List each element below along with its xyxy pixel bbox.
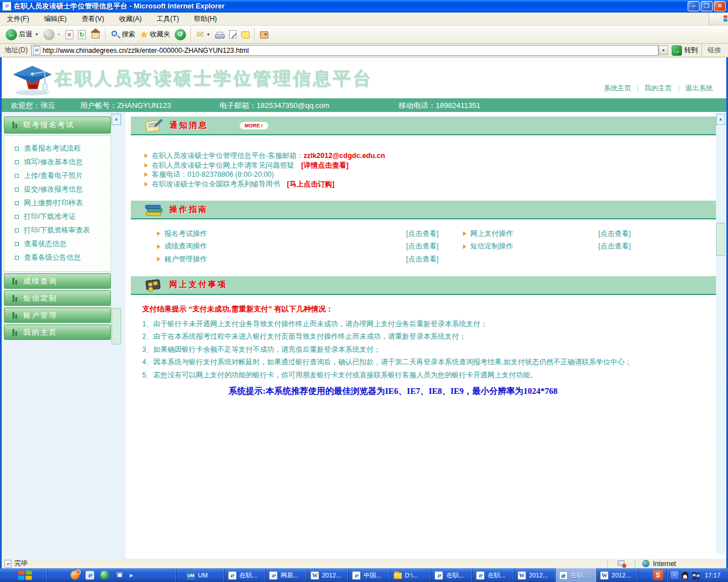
guide-item[interactable]: 报名考试操作 — [164, 229, 207, 239]
mail-button[interactable]: ✉ ▼ — [194, 27, 212, 43]
forward-button[interactable]: → ▼ — [41, 27, 63, 43]
guide-item[interactable]: 短信定制操作 — [470, 242, 513, 251]
stop-button[interactable]: ✕ — [63, 27, 76, 43]
scroll-up-icon[interactable]: ▲ — [111, 114, 121, 125]
close-button[interactable]: ✕ — [714, 1, 726, 11]
quicklaunch-green-app-icon[interactable] — [100, 571, 109, 580]
page-body: 联考报名考试 查看报名考试流程 填写/修改基本信息 上传/查看电子照片 提交/修… — [2, 112, 726, 559]
sidebar-section-exam[interactable]: 联考报名考试 — [4, 117, 111, 134]
notice-link[interactable]: [马上点击订购] — [287, 180, 334, 189]
sidebar-section-myhome[interactable]: 我的主页 — [4, 325, 111, 340]
guide-view-link[interactable]: [点击查看] — [598, 242, 631, 251]
nav-my-home[interactable]: 我的主页 — [644, 84, 672, 93]
scroll-up-icon[interactable]: ▲ — [716, 114, 725, 125]
taskbar-button[interactable]: e中国... — [349, 568, 390, 582]
guide-view-link[interactable]: [点击查看] — [598, 229, 631, 239]
sidebar-section-sms[interactable]: 短信定制 — [4, 290, 111, 306]
menu-help[interactable]: 帮助(H) — [193, 13, 218, 25]
sidebar-item-apply-info[interactable]: 提交/修改报考信息 — [5, 182, 110, 196]
menu-edit[interactable]: 编辑(E) — [43, 13, 68, 25]
minimize-button[interactable]: – — [688, 1, 700, 11]
scrollbar-track[interactable] — [716, 126, 725, 554]
home-button[interactable] — [88, 27, 103, 43]
start-button[interactable] — [0, 568, 48, 582]
refresh-button[interactable]: ↻ — [76, 27, 88, 43]
guide-view-link[interactable]: [点击查看] — [406, 242, 463, 251]
nav-logout[interactable]: 退出系统 — [685, 84, 713, 93]
scrollbar-thumb[interactable] — [111, 308, 121, 344]
menu-file[interactable]: 文件(F) — [6, 13, 30, 25]
sidebar-item-status[interactable]: 查看状态信息 — [5, 237, 110, 251]
taskbar-button[interactable]: e在职... — [431, 568, 473, 582]
history-button[interactable]: ↺ — [172, 27, 188, 43]
back-dropdown-icon[interactable]: ▼ — [35, 32, 39, 36]
go-button[interactable]: → 转到 — [672, 45, 698, 56]
notice-item[interactable]: 客服电话：010-82378806 (8:00-20:00) — [144, 170, 717, 180]
guide-view-link[interactable]: [点击查看] — [406, 255, 463, 264]
taskbar-button-active[interactable]: e在职... — [556, 568, 597, 582]
sidebar-item-qualification[interactable]: 打印/下载资格审查表 — [5, 223, 110, 237]
tray-clock[interactable]: 17:17 — [705, 572, 721, 579]
address-input[interactable]: e http://www.chinadegrees.cn/zzlk/enter-… — [31, 45, 659, 56]
links-label[interactable]: 链接 — [701, 44, 726, 57]
search-button[interactable]: 搜索 — [109, 27, 138, 43]
discuss-button[interactable] — [239, 27, 252, 43]
page-scrollbar[interactable]: ▲ — [716, 114, 725, 554]
qq-icon[interactable] — [681, 571, 689, 580]
taskbar-button[interactable]: e在职... — [225, 568, 266, 582]
guide-item[interactable]: 网上支付操作 — [470, 229, 513, 239]
toolbar-separator — [254, 28, 255, 41]
taskbar-button[interactable]: W2012... — [597, 568, 638, 582]
sidebar-item-pay-print[interactable]: 网上缴费/打印样表 — [5, 196, 110, 210]
quicklaunch-ie-icon[interactable]: e — [85, 571, 94, 580]
addon-button[interactable] — [258, 27, 271, 43]
scrollbar-track[interactable] — [111, 126, 121, 554]
back-button[interactable]: ← 后退 ▼ — [3, 27, 41, 43]
guide-item[interactable]: 账户管理操作 — [164, 255, 207, 264]
taskbar-button[interactable]: D:\... — [390, 568, 432, 582]
print-button[interactable] — [213, 27, 227, 43]
quicklaunch-expand-icon[interactable]: ▶ — [130, 573, 133, 578]
menu-tools[interactable]: 工具(T) — [155, 13, 180, 25]
go-label: 转到 — [684, 45, 698, 55]
scrollbar-thumb[interactable] — [716, 223, 725, 256]
notice-item[interactable]: 在职人员攻读硕士学位管理信息平台-客服邮箱：zzlk2012@cdgdc.edu… — [144, 151, 717, 161]
guide-item[interactable]: 成绩查询操作 — [164, 242, 207, 251]
taskbar-button[interactable]: W2012... — [514, 568, 556, 582]
section-bars-icon — [13, 312, 18, 319]
address-dropdown-button[interactable]: ▼ — [659, 45, 668, 55]
more-button[interactable]: MORE — [239, 122, 268, 130]
sidebar-item-exam-flow[interactable]: 查看报名考试流程 — [5, 142, 110, 155]
sidebar-scrollbar[interactable]: ▲ — [111, 114, 121, 554]
restore-button[interactable]: ❐ — [701, 1, 713, 11]
sidebar-section-account[interactable]: 账户管理 — [4, 307, 111, 323]
toolbar-separator — [105, 28, 106, 41]
edit-button[interactable] — [227, 27, 239, 43]
nav-system-home[interactable]: 系统主页 — [603, 84, 631, 93]
menu-view[interactable]: 查看(V) — [80, 13, 105, 25]
taskbar-button[interactable]: W2012... — [307, 568, 349, 582]
quicklaunch-media-icon[interactable] — [115, 571, 124, 580]
sogou-icon[interactable]: S — [653, 570, 663, 580]
quicklaunch-app-icon[interactable] — [71, 571, 80, 580]
sidebar-item-admission-ticket[interactable]: 打印/下载准考证 — [5, 210, 110, 223]
triangle-bullet-icon — [144, 163, 148, 168]
taskbar-button[interactable]: UMUM — [183, 568, 225, 582]
sidebar-item-photo[interactable]: 上传/查看电子照片 — [5, 169, 110, 182]
notice-link[interactable]: [详情点击查看] — [301, 161, 349, 171]
notice-item[interactable]: 在职攻读硕士学位全国联考系列辅导用书 [马上点击订购] — [144, 180, 717, 189]
tray-collapse-icon[interactable]: ‹ — [671, 571, 679, 579]
taskbar-button[interactable]: e在职... — [473, 568, 514, 582]
mail-dropdown-icon[interactable]: ▼ — [206, 32, 210, 36]
sidebar-section-scores[interactable]: 成绩查询 — [4, 273, 111, 289]
internet-globe-icon — [642, 560, 650, 567]
taskbar-button[interactable]: e网易... — [266, 568, 307, 582]
graduates-icon[interactable] — [692, 571, 701, 580]
guide-view-link[interactable]: [点击查看] — [406, 229, 463, 239]
favorites-button[interactable]: ★ 收藏夹 — [138, 27, 172, 43]
sidebar-item-basic-info[interactable]: 填写/修改基本信息 — [5, 155, 110, 169]
notice-item[interactable]: 在职人员攻读硕士学位网上申请常见问题答疑 [详情点击查看] — [144, 161, 717, 171]
sidebar-item-announcements[interactable]: 查看各级公告信息 — [5, 251, 110, 264]
payment-section-header: 网上支付事项 — [131, 276, 717, 295]
menu-favorites[interactable]: 收藏(A) — [118, 13, 143, 25]
